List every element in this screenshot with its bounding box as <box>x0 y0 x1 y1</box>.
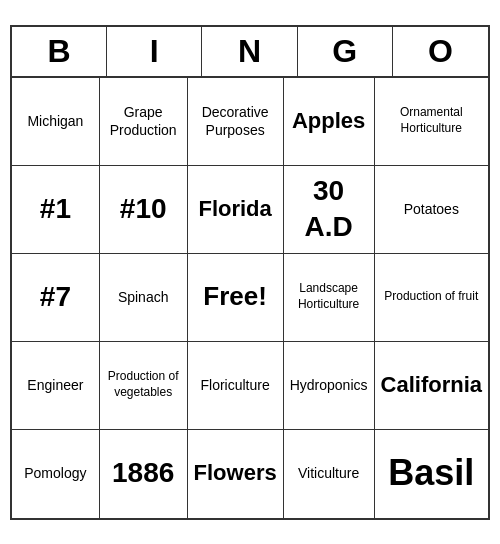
bingo-cell: Apples <box>284 78 375 166</box>
bingo-cell: Free! <box>188 254 284 342</box>
bingo-cell: California <box>375 342 488 430</box>
bingo-cell: Production of vegetables <box>100 342 188 430</box>
bingo-header: BINGO <box>12 27 488 78</box>
bingo-cell: Grape Production <box>100 78 188 166</box>
bingo-cell: 30 A.D <box>284 166 375 254</box>
bingo-cell: Ornamental Horticulture <box>375 78 488 166</box>
bingo-card: BINGO MichiganGrape ProductionDecorative… <box>10 25 490 520</box>
bingo-cell: 1886 <box>100 430 188 518</box>
bingo-cell: Flowers <box>188 430 284 518</box>
bingo-grid: MichiganGrape ProductionDecorative Purpo… <box>12 78 488 518</box>
bingo-cell: Michigan <box>12 78 100 166</box>
bingo-cell: Pomology <box>12 430 100 518</box>
bingo-cell: #1 <box>12 166 100 254</box>
bingo-cell: Spinach <box>100 254 188 342</box>
bingo-cell: Potatoes <box>375 166 488 254</box>
bingo-cell: Landscape Horticulture <box>284 254 375 342</box>
bingo-cell: Basil <box>375 430 488 518</box>
bingo-cell: #10 <box>100 166 188 254</box>
bingo-cell: Production of fruit <box>375 254 488 342</box>
header-letter: B <box>12 27 107 76</box>
bingo-cell: Decorative Purposes <box>188 78 284 166</box>
bingo-cell: Engineer <box>12 342 100 430</box>
bingo-cell: Viticulture <box>284 430 375 518</box>
header-letter: I <box>107 27 202 76</box>
bingo-cell: Florida <box>188 166 284 254</box>
header-letter: N <box>202 27 297 76</box>
bingo-cell: #7 <box>12 254 100 342</box>
header-letter: G <box>298 27 393 76</box>
header-letter: O <box>393 27 488 76</box>
bingo-cell: Hydroponics <box>284 342 375 430</box>
bingo-cell: Floriculture <box>188 342 284 430</box>
